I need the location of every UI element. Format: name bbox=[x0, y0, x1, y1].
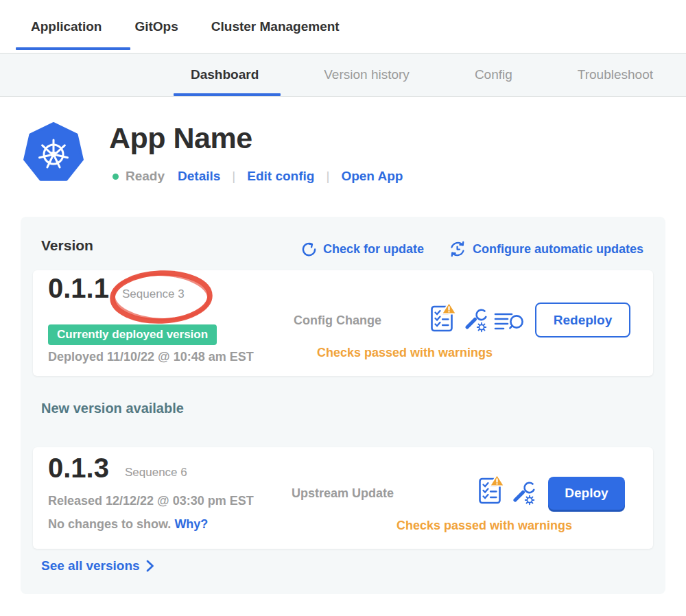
check-for-update-label: Check for update bbox=[323, 242, 424, 257]
check-for-update-link[interactable]: Check for update bbox=[301, 241, 424, 257]
tab-config[interactable]: Config bbox=[475, 67, 512, 82]
divider: | bbox=[326, 169, 329, 184]
details-link[interactable]: Details bbox=[178, 169, 220, 184]
see-all-versions-link[interactable]: See all versions bbox=[41, 558, 154, 573]
configure-automatic-updates-label: Configure automatic updates bbox=[473, 242, 643, 257]
configure-automatic-updates-link[interactable]: Configure automatic updates bbox=[449, 240, 643, 258]
changes-text: No changes to show. bbox=[48, 517, 171, 531]
new-version-number: 0.1.3 bbox=[48, 451, 109, 484]
open-app-link[interactable]: Open App bbox=[341, 169, 403, 184]
version-panel-actions: Check for update Configure automatic upd… bbox=[301, 240, 643, 258]
preflight-checks-status[interactable]: Checks passed with warnings bbox=[317, 346, 493, 360]
chevron-right-icon bbox=[146, 560, 154, 572]
why-link[interactable]: Why? bbox=[174, 517, 208, 531]
changes-note: No changes to show. Why? bbox=[48, 517, 208, 532]
new-version-available-heading: New version available bbox=[41, 401, 184, 416]
file-search-icon[interactable] bbox=[494, 311, 525, 332]
divider: | bbox=[232, 169, 235, 184]
top-nav-item-gitops[interactable]: GitOps bbox=[134, 19, 178, 34]
app-status-row: Ready Details | Edit config | Open App bbox=[113, 167, 403, 186]
version-panel-title: Version bbox=[41, 237, 93, 254]
top-nav: Application GitOps Cluster Management bbox=[0, 0, 686, 53]
active-top-tab-underline bbox=[16, 47, 130, 50]
current-version-number: 0.1.1 bbox=[48, 272, 109, 305]
app-dashboard-screen: Application GitOps Cluster Management Da… bbox=[0, 0, 686, 616]
new-version-sequence: Sequence 6 bbox=[125, 466, 187, 479]
refresh-icon bbox=[301, 241, 317, 257]
wrench-gear-icon[interactable] bbox=[512, 481, 536, 506]
current-version-card: 0.1.1 Sequence 3 Currently deployed vers… bbox=[33, 270, 653, 376]
tab-dashboard[interactable]: Dashboard bbox=[191, 67, 259, 82]
deployed-timestamp: Deployed 11/10/22 @ 10:48 am EST bbox=[48, 350, 254, 364]
sub-nav: Dashboard Version history Config Trouble… bbox=[0, 53, 686, 97]
preflight-checks-status[interactable]: Checks passed with warnings bbox=[397, 519, 572, 533]
top-nav-item-application[interactable]: Application bbox=[31, 19, 102, 34]
status-text: Ready bbox=[126, 169, 165, 184]
version-panel: Version Check for update Configure autom… bbox=[21, 217, 665, 594]
top-nav-item-cluster-management[interactable]: Cluster Management bbox=[211, 19, 340, 34]
tab-troubleshoot[interactable]: Troubleshoot bbox=[578, 67, 653, 82]
redeploy-button[interactable]: Redeploy bbox=[535, 303, 630, 337]
current-version-sequence: Sequence 3 bbox=[122, 287, 185, 301]
version-source-label: Upstream Update bbox=[292, 486, 394, 501]
preflight-checklist-warning-icon[interactable] bbox=[477, 473, 505, 505]
see-all-versions-label: See all versions bbox=[41, 558, 140, 573]
new-version-card: 0.1.3 Sequence 6 Released 12/12/22 @ 03:… bbox=[33, 447, 653, 549]
currently-deployed-badge: Currently deployed version bbox=[48, 324, 217, 345]
deploy-button[interactable]: Deploy bbox=[548, 477, 625, 510]
preflight-checklist-warning-icon[interactable] bbox=[429, 301, 457, 333]
schedule-refresh-icon bbox=[449, 240, 466, 258]
wrench-gear-icon[interactable] bbox=[464, 308, 488, 333]
active-sub-tab-underline bbox=[174, 93, 281, 96]
kubernetes-logo-icon bbox=[23, 122, 84, 182]
page-title: App Name bbox=[109, 121, 252, 155]
edit-config-link[interactable]: Edit config bbox=[247, 169, 314, 184]
version-source-label: Config Change bbox=[294, 313, 381, 328]
tab-version-history[interactable]: Version history bbox=[324, 67, 410, 82]
released-timestamp: Released 12/12/22 @ 03:30 pm EST bbox=[48, 494, 254, 508]
status-dot-icon bbox=[113, 174, 119, 180]
